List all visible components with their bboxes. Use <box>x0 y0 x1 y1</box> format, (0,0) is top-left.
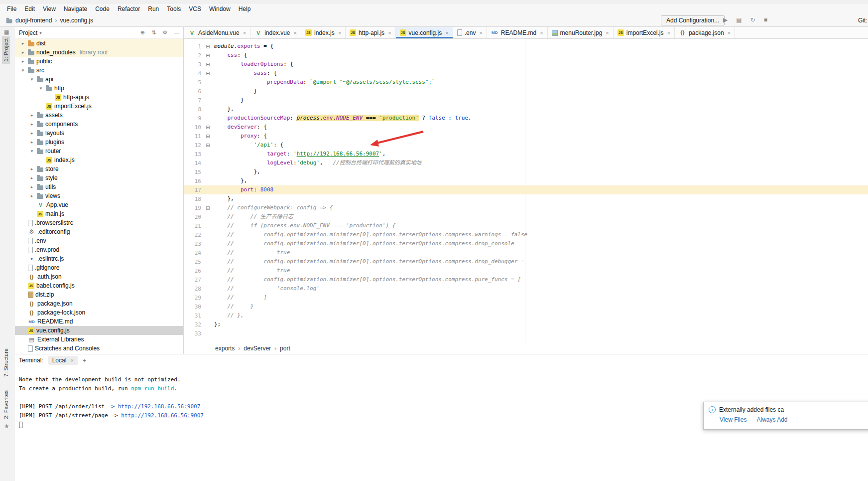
terminal-link[interactable]: http://192.168.66.56:9007 <box>118 403 201 410</box>
chevron-closed-icon[interactable]: ▸ <box>29 193 35 198</box>
menu-item-navigate[interactable]: Navigate <box>60 4 91 13</box>
menu-item-edit[interactable]: Edit <box>20 4 39 13</box>
close-icon[interactable]: × <box>540 30 543 36</box>
code-text[interactable]: } <box>214 96 244 105</box>
editor-tab-http-api.js[interactable]: JShttp-api.js× <box>346 27 395 38</box>
tree-item-package.json[interactable]: {}package.json <box>15 299 183 308</box>
code-text[interactable]: '/api': { <box>214 141 283 150</box>
code-text[interactable]: proxy: { <box>214 132 267 141</box>
code-text[interactable]: // configureWebpack: config => { <box>214 203 333 212</box>
chevron-closed-icon[interactable]: ▸ <box>20 41 26 46</box>
fold-icon[interactable] <box>201 206 214 210</box>
tree-item-Scratches and Consoles[interactable]: Scratches and Consoles <box>15 344 183 353</box>
code-text[interactable]: // } <box>214 302 253 311</box>
fold-icon[interactable] <box>201 45 214 48</box>
menu-item-help[interactable]: Help <box>235 4 255 13</box>
stripe-project-button[interactable]: 1: Project <box>2 36 10 64</box>
code-text[interactable]: // true <box>214 248 290 257</box>
editor-tab-index.js[interactable]: JSindex.js× <box>301 27 346 38</box>
tree-item-.gitignore[interactable]: .gitignore <box>15 263 183 272</box>
editor-breadcrumb-item[interactable]: devServer <box>244 345 271 352</box>
tree-item-http-api.js[interactable]: JShttp-api.js <box>15 93 183 102</box>
editor-tab-vue.config.js[interactable]: JSvue.config.js× <box>396 27 453 38</box>
close-icon[interactable]: × <box>667 30 670 36</box>
tree-item-http[interactable]: ▾http <box>15 84 183 93</box>
close-icon[interactable]: × <box>728 30 731 36</box>
tree-item-views[interactable]: ▸views <box>15 191 183 200</box>
chevron-closed-icon[interactable]: ▸ <box>20 50 26 55</box>
tree-item-plugins[interactable]: ▸plugins <box>15 138 183 147</box>
code-text[interactable]: }, <box>214 194 234 203</box>
fold-icon[interactable] <box>201 144 214 147</box>
code-text[interactable]: target: 'http://192.168.66.56:9007', <box>214 150 385 159</box>
tree-item-utils[interactable]: ▸utils <box>15 182 183 191</box>
code-text[interactable]: // config.optimization.minimizer[0].opti… <box>214 230 527 239</box>
chevron-closed-icon[interactable]: ▸ <box>20 59 26 64</box>
code-text[interactable]: }, <box>214 176 247 185</box>
run-icon[interactable]: ▶ <box>723 16 728 23</box>
close-icon[interactable]: × <box>338 30 341 36</box>
chevron-open-icon[interactable]: ▾ <box>38 86 44 91</box>
favorites-star-icon[interactable]: ★ <box>4 423 9 430</box>
hide-icon[interactable]: — <box>174 29 179 36</box>
chevron-closed-icon[interactable]: ▸ <box>29 131 35 136</box>
fold-icon[interactable] <box>201 126 214 129</box>
code-text[interactable]: // }, <box>214 311 244 320</box>
code-text[interactable]: // ] <box>214 293 267 302</box>
tree-item-assets[interactable]: ▸assets <box>15 111 183 120</box>
menu-item-window[interactable]: Window <box>205 4 235 13</box>
tree-item-babel.config.js[interactable]: JSbabel.config.js <box>15 281 183 290</box>
tree-item-public[interactable]: ▸public <box>15 57 183 66</box>
tree-item-package-lock.json[interactable]: {}package-lock.json <box>15 308 183 317</box>
close-icon[interactable]: × <box>243 30 246 36</box>
code-text[interactable]: loaderOptions: { <box>214 60 293 69</box>
tree-item-.env.prod[interactable]: .env.prod <box>15 245 183 254</box>
tree-item-.browserslistrc[interactable]: .browserslistrc <box>15 218 183 227</box>
tree-item-vue.config.js[interactable]: JSvue.config.js <box>15 326 183 335</box>
tree-item-layouts[interactable]: ▸layouts <box>15 129 183 138</box>
code-text[interactable]: module.exports = { <box>214 42 273 51</box>
editor[interactable]: 1module.exports = {2 css: {3 loaderOptio… <box>184 39 868 343</box>
chevron-closed-icon[interactable]: ▸ <box>29 122 35 127</box>
close-icon[interactable]: × <box>294 30 297 36</box>
project-panel-title[interactable]: Project <box>19 29 37 36</box>
chevron-open-icon[interactable]: ▾ <box>29 77 35 82</box>
tree-item-dist.zip[interactable]: dist.zip <box>15 290 183 299</box>
plus-icon[interactable]: + <box>83 357 87 364</box>
code-text[interactable]: sass: { <box>214 69 277 78</box>
close-icon[interactable]: × <box>70 357 73 363</box>
tree-item-node_modules[interactable]: ▸node_moduleslibrary root <box>15 48 183 57</box>
chevron-down-icon[interactable]: ▾ <box>39 30 42 35</box>
tree-item-components[interactable]: ▸components <box>15 120 183 129</box>
terminal-tab-local[interactable]: Local × <box>48 356 78 365</box>
close-icon[interactable]: × <box>388 30 391 36</box>
editor-tab-package.json[interactable]: {}package.json× <box>675 27 735 38</box>
stop-icon[interactable]: ■ <box>764 16 767 23</box>
chevron-open-icon[interactable]: ▾ <box>20 68 26 73</box>
tree-item-router[interactable]: ▾router <box>15 147 183 156</box>
menu-item-vcs[interactable]: VCS <box>185 4 205 13</box>
code-text[interactable]: productionSourceMap: process.env.NODE_EN… <box>214 114 472 123</box>
editor-tab-README.md[interactable]: MDREADME.md× <box>487 27 548 38</box>
tree-item-.env[interactable]: .env <box>15 236 183 245</box>
tree-item-App.vue[interactable]: VApp.vue <box>15 200 183 209</box>
code-text[interactable]: } <box>214 87 257 96</box>
chevron-open-icon[interactable]: ▾ <box>29 149 35 154</box>
code-text[interactable]: // config.optimization.minimizer[0].opti… <box>214 239 521 248</box>
menu-item-file[interactable]: File <box>3 4 20 13</box>
add-configuration-button[interactable]: Add Configuration... <box>661 15 725 25</box>
breadcrumb-item[interactable]: vue.config.js <box>60 17 93 24</box>
menu-item-refactor[interactable]: Refactor <box>114 4 144 13</box>
fold-icon[interactable] <box>201 63 214 66</box>
chevron-closed-icon[interactable]: ▸ <box>29 166 35 171</box>
chevron-closed-icon[interactable]: ▸ <box>29 113 35 118</box>
fold-icon[interactable] <box>201 135 214 138</box>
editor-tab-importExcel.js[interactable]: JSimportExcel.js× <box>614 27 675 38</box>
build-icon[interactable]: ▤ <box>736 16 742 23</box>
tree-item-style[interactable]: ▸style <box>15 173 183 182</box>
chevron-closed-icon[interactable]: ▸ <box>29 175 35 180</box>
tree-item-dist[interactable]: ▸dist <box>15 39 183 48</box>
editor-tab-menuRouter.jpg[interactable]: menuRouter.jpg× <box>548 27 614 38</box>
tree-item-main.js[interactable]: JSmain.js <box>15 209 183 218</box>
code-text[interactable]: // // 生产去除日志 <box>214 212 293 221</box>
